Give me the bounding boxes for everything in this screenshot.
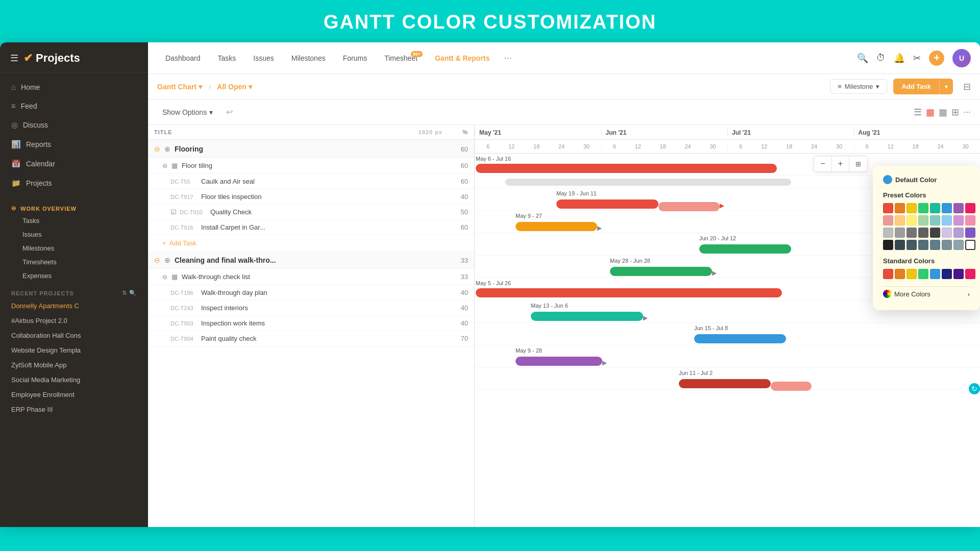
gantt-bar-paintquality[interactable] bbox=[679, 379, 771, 388]
task-row[interactable]: DC-T186 Walk-through day plan 40 bbox=[148, 285, 474, 300]
sidebar-sub-tasks[interactable]: Tasks bbox=[0, 214, 148, 228]
color-swatch[interactable] bbox=[953, 203, 964, 213]
timer-icon[interactable]: ⏱ bbox=[876, 53, 886, 63]
subgroup-collapse-icon[interactable]: ⊖ bbox=[162, 162, 167, 169]
nav-timesheet[interactable]: Timesheet 99+ bbox=[376, 50, 426, 66]
calendar-view-icon[interactable]: ▦ bbox=[926, 107, 935, 118]
nav-forums[interactable]: Forums bbox=[335, 50, 375, 66]
gantt-bar-flooring[interactable] bbox=[476, 164, 777, 173]
color-swatch[interactable] bbox=[965, 203, 975, 213]
std-color-swatch[interactable] bbox=[953, 269, 964, 279]
bell-icon[interactable]: 🔔 bbox=[894, 53, 905, 64]
color-swatch[interactable] bbox=[906, 215, 917, 226]
color-swatch-selected[interactable] bbox=[965, 240, 975, 250]
color-swatch[interactable] bbox=[883, 215, 893, 226]
color-swatch[interactable] bbox=[942, 203, 952, 213]
nav-dashboard[interactable]: Dashboard bbox=[157, 50, 209, 66]
recent-project-donnelly[interactable]: Donnelly Apartments C bbox=[0, 298, 148, 313]
recent-project-erp[interactable]: ERP Phase III bbox=[0, 402, 148, 417]
sidebar-sub-timesheets[interactable]: Timesheets bbox=[0, 255, 148, 269]
recent-project-zylsoft[interactable]: ZylSoft Mobile App bbox=[0, 358, 148, 372]
task-row[interactable]: DC-T904 Paint quality check 70 bbox=[148, 331, 474, 346]
color-swatch[interactable] bbox=[918, 228, 928, 238]
zoom-plus-button[interactable]: + bbox=[832, 156, 849, 171]
task-row[interactable]: DC-T916 Install Carpet in Gar... 60 bbox=[148, 220, 474, 235]
recent-project-airbus[interactable]: #Airbus Project 2.0 bbox=[0, 313, 148, 328]
gantt-bar-carpet[interactable] bbox=[610, 267, 712, 276]
color-swatch[interactable] bbox=[942, 215, 952, 226]
color-swatch[interactable] bbox=[953, 228, 964, 238]
user-avatar[interactable]: U bbox=[952, 49, 971, 67]
nav-issues[interactable]: Issues bbox=[245, 50, 282, 66]
add-button[interactable]: + bbox=[929, 51, 944, 66]
zoom-fit-button[interactable]: ⊞ bbox=[849, 157, 867, 171]
color-swatch[interactable] bbox=[895, 215, 905, 226]
recent-project-website[interactable]: Website Design Templa bbox=[0, 343, 148, 358]
color-swatch[interactable] bbox=[953, 240, 964, 250]
sidebar-sub-issues[interactable]: Issues bbox=[0, 228, 148, 241]
color-swatch[interactable] bbox=[906, 203, 917, 213]
recent-project-employee[interactable]: Employee Enrollment bbox=[0, 387, 148, 402]
color-swatch[interactable] bbox=[930, 203, 940, 213]
std-color-swatch[interactable] bbox=[883, 269, 893, 279]
gantt-chart-dropdown[interactable]: Gantt Chart ▾ bbox=[157, 83, 202, 91]
task-row[interactable]: DC-T55 Caulk and Air seal 60 bbox=[148, 174, 474, 189]
recent-sort-icon[interactable]: ⇅ 🔍 bbox=[122, 290, 137, 296]
sidebar-item-feed[interactable]: ≡ Feed bbox=[0, 96, 148, 115]
nav-gantt-reports[interactable]: Gantt & Reports bbox=[427, 50, 498, 66]
list-view-icon[interactable]: ☰ bbox=[914, 107, 922, 118]
sidebar-item-discuss[interactable]: ◎ Discuss bbox=[0, 115, 148, 135]
color-swatch[interactable] bbox=[930, 228, 940, 238]
subgroup-floor-tiling-header[interactable]: ⊖ ▦ Floor tiling 60 bbox=[148, 158, 474, 174]
nav-more-dots[interactable]: ··· bbox=[499, 48, 517, 67]
show-options-button[interactable]: Show Options ▾ bbox=[157, 105, 218, 119]
add-task-button[interactable]: Add Task bbox=[893, 79, 939, 94]
color-swatch[interactable] bbox=[883, 203, 893, 213]
gantt-bar-walkday[interactable] bbox=[531, 312, 643, 321]
color-swatch[interactable] bbox=[918, 203, 928, 213]
fullscreen-icon[interactable]: ⊞ bbox=[951, 107, 959, 118]
subgroup-walkthrough-header[interactable]: ⊖ ▦ Walk-through check list 33 bbox=[148, 269, 474, 285]
gantt-bar-cleaning[interactable] bbox=[476, 288, 782, 297]
settings-icon[interactable]: ✂ bbox=[913, 53, 921, 64]
color-swatch[interactable] bbox=[953, 215, 964, 226]
nav-milestones[interactable]: Milestones bbox=[283, 50, 334, 66]
color-swatch[interactable] bbox=[965, 228, 975, 238]
std-color-swatch[interactable] bbox=[895, 269, 905, 279]
task-row[interactable]: DC-T243 Inspect interiors 40 bbox=[148, 300, 474, 316]
color-swatch[interactable] bbox=[918, 240, 928, 250]
gantt-bar-caulk[interactable] bbox=[556, 199, 658, 209]
color-swatch[interactable] bbox=[895, 240, 905, 250]
color-swatch[interactable] bbox=[895, 203, 905, 213]
refresh-icon[interactable]: ↻ bbox=[969, 383, 980, 394]
group-flooring-header[interactable]: ⊖ ⊕ Flooring 60 bbox=[148, 140, 474, 158]
std-color-swatch[interactable] bbox=[965, 269, 975, 279]
task-row[interactable]: DC-T917 Floor tiles inspection 40 bbox=[148, 189, 474, 205]
task-row[interactable]: ☑ DC-T910 Quality Check 50 bbox=[148, 205, 474, 220]
task-row[interactable]: DC-T903 Inspection work items 40 bbox=[148, 316, 474, 331]
hamburger-icon[interactable]: ☰ bbox=[10, 53, 18, 64]
color-swatch[interactable] bbox=[918, 215, 928, 226]
color-swatch[interactable] bbox=[883, 228, 893, 238]
all-open-dropdown[interactable]: All Open ▾ bbox=[217, 83, 252, 91]
milestone-button[interactable]: ≡ Milestone ▾ bbox=[830, 79, 887, 94]
gantt-bar-workitems[interactable] bbox=[516, 357, 602, 366]
sidebar-item-reports[interactable]: 📊 Reports bbox=[0, 135, 148, 154]
color-swatch[interactable] bbox=[942, 240, 952, 250]
recent-project-collab[interactable]: Collaboration Hall Cons bbox=[0, 328, 148, 343]
undo-icon[interactable]: ↩ bbox=[223, 104, 236, 120]
color-swatch[interactable] bbox=[930, 215, 940, 226]
sidebar-sub-expenses[interactable]: Expenses bbox=[0, 269, 148, 283]
std-color-swatch[interactable] bbox=[942, 269, 952, 279]
group-cleaning-header[interactable]: ⊖ ⊕ Cleaning and final walk-thro... 33 bbox=[148, 251, 474, 269]
group-collapse-icon[interactable]: ⊖ bbox=[154, 256, 160, 264]
color-swatch[interactable] bbox=[906, 240, 917, 250]
std-color-swatch[interactable] bbox=[930, 269, 940, 279]
recent-project-social[interactable]: Social Media Marketing bbox=[0, 372, 148, 387]
std-color-swatch[interactable] bbox=[906, 269, 917, 279]
sidebar-sub-milestones[interactable]: Milestones bbox=[0, 241, 148, 255]
sidebar-item-calendar[interactable]: 📅 Calendar bbox=[0, 154, 148, 173]
grid-view-icon[interactable]: ▦ bbox=[939, 107, 947, 118]
search-icon[interactable]: 🔍 bbox=[857, 53, 868, 64]
more-colors-button[interactable]: More Colors › bbox=[883, 286, 970, 301]
